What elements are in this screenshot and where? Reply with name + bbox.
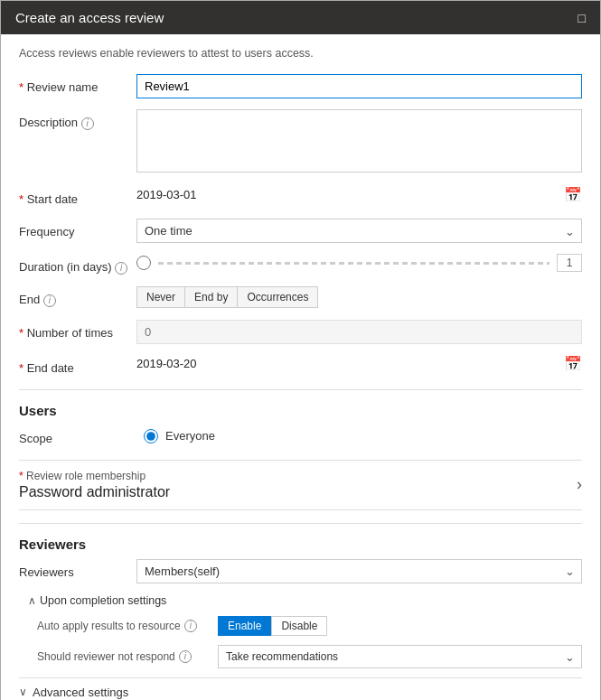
end-row: End i Never End by Occurrences [19, 286, 582, 308]
review-name-row: Review name [19, 74, 582, 98]
review-role-section[interactable]: * Review role membership Password admini… [19, 460, 582, 510]
reviewers-select[interactable]: Members(self) Selected users Managers [136, 559, 582, 583]
frequency-row: Frequency One time Weekly Monthly Quarte… [19, 219, 582, 243]
window-minimize-icon[interactable]: □ [578, 11, 586, 25]
auto-apply-toggle-group: Enable Disable [218, 616, 327, 636]
section-divider-reviewers [19, 523, 582, 524]
review-role-label: * Review role membership [19, 470, 170, 482]
duration-info-icon: i [115, 262, 127, 275]
end-date-row: End date 2019-03-20 📅 [19, 355, 582, 377]
not-respond-row: Should reviewer not respond i Take recom… [28, 645, 582, 668]
end-info-icon: i [43, 294, 56, 307]
start-date-control: 2019-03-01 📅 [136, 186, 582, 203]
not-respond-info-icon: i [179, 650, 192, 663]
start-date-calendar-icon[interactable]: 📅 [564, 186, 582, 203]
completion-chevron-up-icon: ∧ [28, 594, 36, 607]
end-by-button[interactable]: End by [185, 286, 238, 308]
scope-label: Scope [19, 425, 136, 447]
description-control [136, 109, 582, 175]
description-row: Description i [19, 109, 582, 175]
users-section-title: Users [19, 403, 582, 418]
end-date-value: 2019-03-20 [136, 357, 564, 370]
scope-everyone-radio[interactable] [144, 429, 158, 443]
form-content: Access reviews enable reviewers to attes… [1, 34, 600, 700]
completion-section: ∧ Upon completion settings Auto apply re… [19, 594, 582, 668]
auto-apply-label: Auto apply results to resource i [37, 620, 218, 632]
duration-slider-track[interactable] [158, 262, 549, 265]
number-of-times-label: Number of times [19, 320, 136, 341]
review-role-required-star: * [19, 470, 23, 482]
reviewers-section-title: Reviewers [19, 537, 582, 552]
end-date-calendar-icon[interactable]: 📅 [564, 355, 582, 372]
frequency-label: Frequency [19, 219, 136, 240]
review-name-label: Review name [19, 74, 136, 96]
duration-value: 1 [557, 254, 582, 272]
end-label: End i [19, 286, 136, 308]
window-title: Create an access review [15, 10, 164, 25]
end-never-button[interactable]: Never [136, 286, 185, 308]
subtitle-text: Access reviews enable reviewers to attes… [19, 47, 582, 60]
end-occurrences-button[interactable]: Occurrences [238, 286, 318, 308]
reviewers-row: Reviewers Members(self) Selected users M… [19, 559, 582, 583]
frequency-select[interactable]: One time Weekly Monthly Quarterly Annual… [136, 219, 582, 243]
scope-everyone-label: Everyone [165, 429, 215, 443]
section-divider-users [19, 389, 582, 390]
review-role-chevron-icon: › [577, 475, 582, 494]
reviewers-control: Members(self) Selected users Managers ⌄ [136, 559, 582, 583]
end-control: Never End by Occurrences [136, 286, 582, 308]
advanced-chevron-down-icon: ∨ [19, 686, 27, 698]
number-of-times-row: Number of times [19, 320, 582, 344]
review-role-left: * Review role membership Password admini… [19, 470, 170, 500]
review-name-input[interactable] [136, 74, 582, 98]
not-respond-select[interactable]: Take recommendations No change Approve a… [218, 645, 582, 668]
duration-label: Duration (in days) i [19, 254, 136, 275]
end-date-label: End date [19, 355, 136, 377]
create-access-review-window: Create an access review □ Access reviews… [0, 0, 601, 700]
number-of-times-input [136, 320, 582, 344]
advanced-settings-toggle[interactable]: ∨ Advanced settings [19, 677, 582, 699]
number-of-times-control [136, 320, 582, 344]
auto-apply-info-icon: i [184, 620, 197, 632]
end-date-control: 2019-03-20 📅 [136, 355, 582, 372]
auto-apply-enable-button[interactable]: Enable [218, 616, 271, 636]
start-date-value: 2019-03-01 [136, 188, 564, 201]
not-respond-control: Take recommendations No change Approve a… [218, 645, 582, 668]
review-name-control [136, 74, 582, 98]
not-respond-label: Should reviewer not respond i [37, 650, 218, 663]
duration-radio[interactable] [136, 256, 151, 270]
auto-apply-row: Auto apply results to resource i Enable … [28, 616, 582, 636]
end-button-group: Never End by Occurrences [136, 286, 582, 308]
description-label: Description i [19, 109, 136, 131]
duration-control: 1 [136, 254, 582, 272]
title-bar: Create an access review □ [1, 1, 600, 34]
auto-apply-disable-button[interactable]: Disable [271, 616, 327, 636]
duration-row: Duration (in days) i 1 [19, 254, 582, 275]
reviewers-label: Reviewers [19, 559, 136, 581]
start-date-label: Start date [19, 186, 136, 208]
scope-row: Scope Everyone [19, 425, 582, 447]
description-info-icon: i [81, 117, 94, 130]
frequency-control: One time Weekly Monthly Quarterly Annual… [136, 219, 582, 243]
review-role-value: Password administrator [19, 484, 170, 500]
advanced-settings-label: Advanced settings [33, 686, 128, 699]
completion-settings-toggle[interactable]: ∧ Upon completion settings [28, 594, 582, 607]
description-textarea[interactable] [136, 109, 582, 173]
start-date-row: Start date 2019-03-01 📅 [19, 186, 582, 208]
